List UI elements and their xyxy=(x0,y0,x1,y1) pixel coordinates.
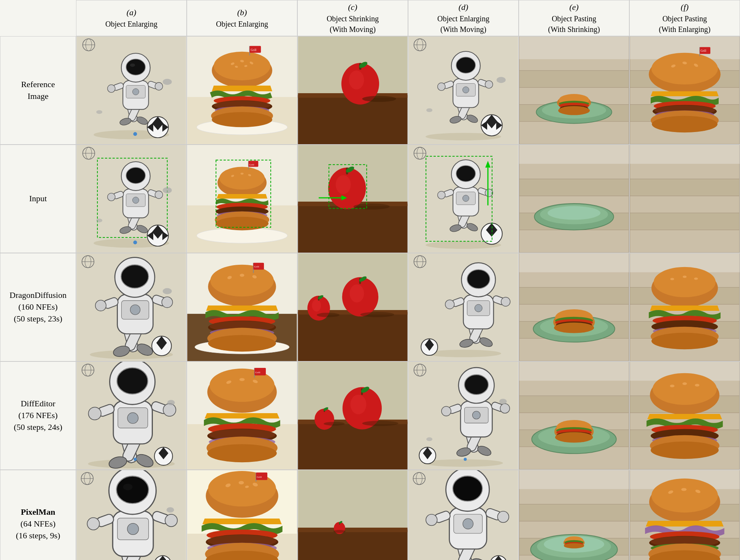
svg-point-89 xyxy=(558,106,590,115)
svg-point-326 xyxy=(88,407,101,420)
col-label-f: Object Pasting(With Enlarging) xyxy=(659,13,710,35)
svg-point-153 xyxy=(216,217,268,231)
svg-point-377 xyxy=(441,406,451,416)
svg-marker-418 xyxy=(647,414,722,419)
svg-point-484 xyxy=(497,511,509,523)
svg-text:Grill: Grill xyxy=(249,163,254,166)
svg-point-216 xyxy=(130,305,140,315)
svg-marker-148 xyxy=(217,194,267,199)
svg-point-268 xyxy=(475,304,482,312)
svg-rect-156 xyxy=(298,204,408,253)
svg-point-342 xyxy=(240,378,245,381)
svg-point-483 xyxy=(426,514,437,526)
svg-point-60 xyxy=(463,87,469,93)
col-header-d: (d) Object Enlarging(With Moving) xyxy=(408,0,519,36)
svg-point-439 xyxy=(116,476,148,503)
row-label-pixelman: PixelMan(64 NFEs)(16 steps, 9s) xyxy=(0,470,76,560)
col-letter-f: (f) xyxy=(681,2,689,13)
col-header-f: (f) Object Pasting(With Enlarging) xyxy=(629,0,740,36)
svg-point-445 xyxy=(167,507,174,512)
svg-point-436 xyxy=(165,514,177,527)
svg-point-415 xyxy=(670,385,675,387)
col-header-e: (e) Object Pasting(With Shrinking) xyxy=(519,0,629,36)
cell-dragon-d xyxy=(408,253,519,361)
svg-point-387 xyxy=(426,438,432,441)
svg-point-99 xyxy=(651,53,718,84)
svg-point-272 xyxy=(501,297,510,306)
col-label-e: Object Pasting(With Shrinking) xyxy=(548,13,600,35)
cell-diff-a xyxy=(76,361,187,470)
svg-point-258 xyxy=(317,313,340,317)
svg-point-336 xyxy=(133,458,137,461)
svg-point-251 xyxy=(312,299,321,312)
svg-point-16 xyxy=(130,64,135,67)
svg-point-51 xyxy=(362,96,396,102)
cell-input-e xyxy=(519,145,629,253)
svg-rect-195 xyxy=(519,230,629,253)
row-label-reference: ReferenceImage xyxy=(0,36,76,145)
svg-point-67 xyxy=(456,57,476,73)
svg-point-15 xyxy=(126,59,146,75)
cell-ref-f: Grill xyxy=(629,36,740,145)
svg-point-72 xyxy=(497,77,506,83)
svg-point-12 xyxy=(155,83,163,90)
svg-marker-106 xyxy=(651,91,719,96)
svg-point-471 xyxy=(333,530,346,533)
cell-input-a xyxy=(76,145,187,253)
svg-rect-495 xyxy=(519,487,629,504)
svg-point-246 xyxy=(208,335,276,352)
svg-point-518 xyxy=(651,479,718,512)
svg-rect-207 xyxy=(630,145,740,164)
row-input: Grill xyxy=(76,145,740,253)
svg-point-330 xyxy=(117,368,148,394)
svg-point-259 xyxy=(360,312,394,317)
svg-rect-355 xyxy=(298,422,408,469)
svg-point-364 xyxy=(324,422,345,426)
cell-diff-f xyxy=(629,361,740,470)
svg-point-306 xyxy=(670,278,674,280)
svg-rect-283 xyxy=(519,287,629,304)
svg-text:Grill: Grill xyxy=(257,476,262,479)
svg-point-508 xyxy=(564,543,584,549)
svg-point-327 xyxy=(163,404,176,416)
row-label-input-text: Input xyxy=(29,193,47,205)
col-label-d: Object Enlarging(With Moving) xyxy=(437,13,489,35)
col-letter-c: (c) xyxy=(348,2,357,13)
svg-point-435 xyxy=(87,518,99,530)
row-labels: ReferenceImage Input DragonDiffusion(160… xyxy=(0,0,76,560)
svg-point-295 xyxy=(554,323,594,333)
svg-point-381 xyxy=(464,375,488,395)
svg-point-367 xyxy=(424,459,503,467)
svg-point-423 xyxy=(651,442,719,459)
svg-point-139 xyxy=(197,228,287,243)
cell-diff-c xyxy=(297,361,408,470)
row-label-dragon: DragonDiffusion(160 NFEs)(50 steps, 23s) xyxy=(0,253,76,361)
svg-point-141 xyxy=(219,167,265,190)
svg-rect-203 xyxy=(630,179,740,196)
cell-pixel-f xyxy=(629,470,740,560)
svg-point-64 xyxy=(485,81,493,88)
cell-ref-e xyxy=(519,36,629,145)
svg-point-487 xyxy=(453,476,483,501)
svg-rect-81 xyxy=(519,37,629,59)
col-header-b: (b) Object Enlarging xyxy=(187,0,297,36)
row-label-reference-text: ReferenceImage xyxy=(21,79,55,102)
col-header-a: (a) Object Enlarging xyxy=(76,0,187,36)
svg-point-159 xyxy=(336,175,351,194)
svg-point-135 xyxy=(96,219,102,223)
cell-input-b: Grill xyxy=(187,145,297,253)
col-label-c: Object Shrinking(With Moving) xyxy=(327,13,379,35)
cell-dragon-e xyxy=(519,253,629,361)
svg-rect-391 xyxy=(519,379,629,396)
svg-point-22 xyxy=(96,110,102,114)
svg-rect-500 xyxy=(519,470,629,489)
svg-rect-77 xyxy=(519,70,629,88)
cell-ref-d xyxy=(408,36,519,145)
cell-dragon-f xyxy=(629,253,740,361)
svg-point-43 xyxy=(212,112,272,127)
svg-rect-392 xyxy=(519,396,629,413)
row-label-input: Input xyxy=(0,145,76,253)
svg-point-11 xyxy=(108,85,115,92)
svg-point-220 xyxy=(162,297,172,307)
svg-point-307 xyxy=(683,276,687,278)
